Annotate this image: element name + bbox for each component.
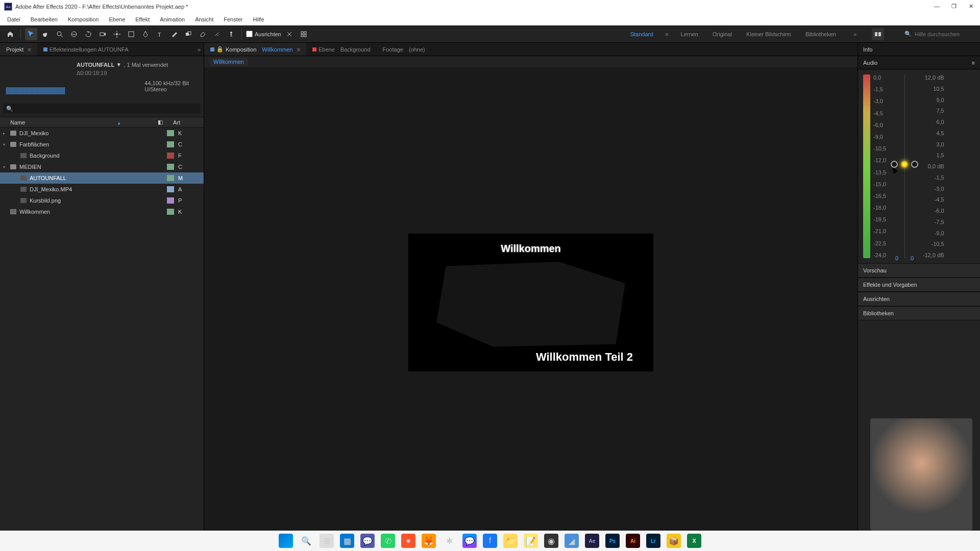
svg-rect-4 xyxy=(129,32,134,37)
workspace-klein[interactable]: Kleiner Bildschirm xyxy=(744,31,793,37)
menu-komposition[interactable]: Komposition xyxy=(63,16,104,22)
notes-icon[interactable]: 📝 xyxy=(524,534,538,548)
effekte-header[interactable]: Effekte und Vorgaben xyxy=(858,278,980,292)
eraser-tool[interactable] xyxy=(197,28,209,40)
anchor-tool[interactable] xyxy=(111,28,123,40)
facebook-icon[interactable]: f xyxy=(483,534,497,548)
zoom-tool[interactable] xyxy=(54,28,66,40)
ausrichten-header[interactable]: Ausrichten xyxy=(858,292,980,306)
panel-overflow[interactable]: » xyxy=(194,46,204,53)
menu-bearbeiten[interactable]: Bearbeiten xyxy=(26,16,63,22)
ae-taskbar-icon[interactable]: Ae xyxy=(585,534,599,548)
brave-icon[interactable]: ● xyxy=(401,534,415,548)
align-checkbox[interactable] xyxy=(246,31,253,37)
search-taskbar-icon[interactable]: 🔍 xyxy=(299,534,313,548)
tree-item-farbfl-chen[interactable]: ▾ Farbflächen C xyxy=(0,139,204,150)
obs-icon[interactable]: ◉ xyxy=(544,534,558,548)
dropdown-icon[interactable]: ▾ xyxy=(117,61,120,68)
tab-projekt[interactable]: Projekt≡ xyxy=(0,43,37,56)
tree-item-kursbild-png[interactable]: Kursbild.png P xyxy=(0,195,204,206)
pen-tool[interactable] xyxy=(139,28,152,40)
slider-handle-center[interactable] xyxy=(901,161,908,168)
whatsapp-icon[interactable]: ✆ xyxy=(381,534,395,548)
hand-tool[interactable] xyxy=(39,28,52,40)
menu-animation[interactable]: Animation xyxy=(155,16,190,22)
rotate-tool[interactable] xyxy=(82,28,94,40)
ps-taskbar-icon[interactable]: Ps xyxy=(605,534,620,548)
tag-header-icon[interactable]: ◧ xyxy=(158,119,173,126)
menubar: Datei Bearbeiten Komposition Ebene Effek… xyxy=(0,13,980,26)
close-button[interactable]: ✕ xyxy=(969,3,976,10)
selection-tool[interactable] xyxy=(25,28,37,40)
workspace-lernen[interactable]: Lernen xyxy=(679,31,700,37)
workspace-reset-icon[interactable] xyxy=(872,28,884,40)
menu-fenster[interactable]: Fenster xyxy=(218,16,248,22)
roto-tool[interactable] xyxy=(211,28,223,40)
home-icon[interactable] xyxy=(4,28,16,40)
viewport[interactable]: Willkommen Willkommen Teil 2 xyxy=(204,67,857,538)
workspace-biblio[interactable]: Bibliotheken xyxy=(803,31,838,37)
tree-item-willkommen[interactable]: Willkommen K xyxy=(0,206,204,217)
firefox-icon[interactable]: 🦊 xyxy=(422,534,436,548)
audio-header[interactable]: Audio≡ xyxy=(858,56,980,69)
bibliotheken-header[interactable]: Bibliotheken xyxy=(858,306,980,320)
menu-hilfe[interactable]: Hilfe xyxy=(248,16,270,22)
menu-datei[interactable]: Datei xyxy=(2,16,26,22)
window-title: Adobe After Effects 2020 - F:\After Effe… xyxy=(15,4,188,10)
lr-taskbar-icon[interactable]: Lr xyxy=(646,534,660,548)
audio-format: 44,100 kHz/32 Bit U/Stereo xyxy=(144,80,201,92)
explorer-icon[interactable]: 📁 xyxy=(503,534,518,548)
tree-item-background[interactable]: Background F xyxy=(0,150,204,161)
teams-icon[interactable]: 💬 xyxy=(360,534,375,548)
breadcrumb-item[interactable]: Willkommen xyxy=(209,58,248,66)
tree-item-dji-mexiko[interactable]: ▸ DJI_Mexiko K xyxy=(0,128,204,139)
workspace-original[interactable]: Original xyxy=(710,31,734,37)
taskbar: 🔍 ⊞ ▦ 💬 ✆ ● 🦊 ✱ 💬 f 📁 📝 ◉ ◢ Ae Ps Ai Lr … xyxy=(0,531,980,551)
tab-effekteinstellungen[interactable]: Effekteinstellungen AUTOUNFA xyxy=(37,43,194,56)
slider-handle-right[interactable] xyxy=(911,161,918,168)
lock-icon[interactable]: 🔒 xyxy=(216,46,224,53)
snap-icon[interactable] xyxy=(283,28,296,40)
info-header[interactable]: Info xyxy=(858,43,980,56)
widgets-icon[interactable]: ▦ xyxy=(340,534,354,548)
svg-rect-14 xyxy=(878,32,881,36)
help-search[interactable] xyxy=(915,31,976,37)
svg-rect-2 xyxy=(100,33,104,36)
project-search[interactable] xyxy=(3,104,201,114)
app3-icon[interactable]: 📦 xyxy=(667,534,681,548)
tree-item-medien[interactable]: ▾ MEDIEN C xyxy=(0,161,204,172)
tab-ebene[interactable]: Ebene Background xyxy=(306,43,377,56)
orbit-tool[interactable] xyxy=(68,28,80,40)
grid-icon[interactable] xyxy=(298,28,310,40)
search-icon: 🔍 xyxy=(904,31,912,37)
audio-slider-track[interactable]: 0 0 xyxy=(889,74,920,258)
tab-footage[interactable]: Footage (ohne) xyxy=(377,43,431,56)
ai-taskbar-icon[interactable]: Ai xyxy=(626,534,640,548)
app-icon[interactable]: ✱ xyxy=(442,534,456,548)
brush-tool[interactable] xyxy=(168,28,180,40)
toolbar: T Ausrichten Standard ≡ Lernen Original … xyxy=(0,26,980,43)
maximize-button[interactable]: ❐ xyxy=(951,3,959,10)
tree-item-dji-mexiko-mp4[interactable]: DJI_Mexiko.MP4 A xyxy=(0,184,204,195)
menu-ansicht[interactable]: Ansicht xyxy=(190,16,218,22)
project-tree[interactable]: ▸ DJI_Mexiko K ▾ Farbflächen C Backgroun… xyxy=(0,128,204,538)
app2-icon[interactable]: ◢ xyxy=(565,534,579,548)
vorschau-header[interactable]: Vorschau xyxy=(858,263,980,278)
text-tool[interactable]: T xyxy=(154,28,166,40)
camera-tool[interactable] xyxy=(96,28,109,40)
clone-tool[interactable] xyxy=(182,28,194,40)
rect-tool[interactable] xyxy=(125,28,137,40)
workspace-overflow[interactable]: » xyxy=(853,31,856,37)
menu-ebene[interactable]: Ebene xyxy=(104,16,130,22)
messenger-icon[interactable]: 💬 xyxy=(462,534,477,548)
tab-komposition[interactable]: 🔒 Komposition Willkommen ≡ xyxy=(204,43,306,56)
workspace-standard[interactable]: Standard xyxy=(628,31,655,37)
start-icon[interactable] xyxy=(279,534,293,548)
tree-item-autounfall[interactable]: AUTOUNFALL M xyxy=(0,172,204,184)
menu-effekt[interactable]: Effekt xyxy=(130,16,155,22)
minimize-button[interactable]: — xyxy=(934,3,941,10)
taskview-icon[interactable]: ⊞ xyxy=(320,534,334,548)
audio-val-left: 0 xyxy=(895,255,898,261)
excel-icon[interactable]: X xyxy=(687,534,701,548)
puppet-tool[interactable] xyxy=(225,28,237,40)
